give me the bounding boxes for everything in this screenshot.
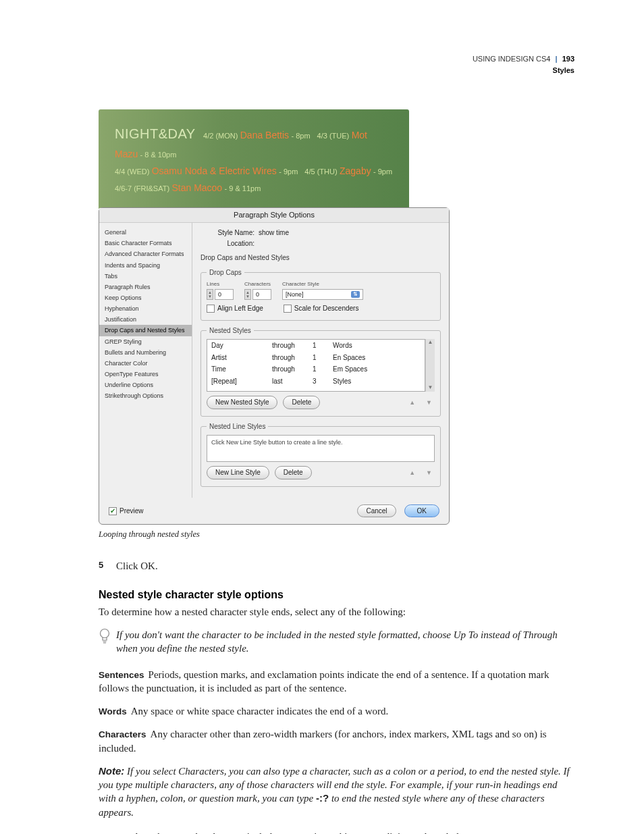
dropcaps-group: Drop Caps Lines ▲▼ 0 Characters — [200, 268, 441, 321]
event5-time: - 9 & 11pm — [225, 184, 261, 192]
event1-artist: Dana Bettis — [240, 130, 289, 140]
event3-time: - 9pm — [279, 167, 298, 176]
intro-text: To determine how a nested character styl… — [99, 605, 574, 619]
style-name-label: Style Name: — [200, 228, 254, 238]
sidebar-adv-char[interactable]: Advanced Character Formats — [99, 249, 192, 259]
event4-date: 4/5 (THU) — [304, 167, 337, 176]
align-left-checkbox[interactable]: Align Left Edge — [207, 304, 263, 313]
lines-label: Lines — [207, 281, 234, 288]
svg-point-0 — [101, 629, 109, 638]
nested-row: Daythrough1Words — [207, 340, 425, 352]
note-block: Note: If you select Characters, you can … — [99, 764, 574, 819]
dialog-title: Paragraph Style Options — [99, 208, 449, 223]
event2-date: 4/3 (TUE) — [317, 132, 350, 140]
sidebar-hyphen[interactable]: Hyphenation — [99, 303, 192, 314]
event5-date: 4/6-7 (FRI&SAT) — [115, 184, 169, 192]
sidebar-color[interactable]: Character Color — [99, 358, 192, 369]
sidebar-grep[interactable]: GREP Styling — [99, 336, 192, 347]
nested-row: Artistthrough1En Spaces — [207, 352, 425, 364]
sidebar-general[interactable]: General — [99, 227, 192, 238]
dropdown-caret-icon: ⇅ — [351, 291, 360, 298]
heading-nested-options: Nested style character style options — [99, 588, 574, 602]
nested-legend: Nested Styles — [207, 326, 254, 336]
line-styles-group: Nested Line Styles Click New Line Style … — [200, 422, 441, 487]
event4-artist: Zagaby — [340, 165, 371, 176]
charstyle-dropdown[interactable]: [None] ⇅ — [282, 289, 363, 300]
scroll-down-icon[interactable]: ▼ — [426, 384, 435, 392]
cancel-button[interactable]: Cancel — [357, 504, 396, 518]
chars-label: Characters — [244, 281, 271, 288]
event2-time: - 8 & 10pm — [140, 151, 177, 159]
delete-nested-button[interactable]: Delete — [283, 396, 320, 409]
running-header: USING INDESIGN CS4 | 193 Styles — [99, 54, 574, 76]
sidebar-tabs[interactable]: Tabs — [99, 271, 192, 282]
sidebar-dropcaps[interactable]: Drop Caps and Nested Styles — [99, 325, 192, 336]
lines-stepper[interactable]: ▲▼ 0 — [207, 289, 234, 300]
move-up-icon[interactable]: ▲ — [406, 398, 418, 407]
sidebar-keep[interactable]: Keep Options — [99, 292, 192, 303]
lightbulb-icon — [99, 628, 112, 656]
sidebar-indents[interactable]: Indents and Spacing — [99, 260, 192, 271]
charstyle-label: Character Style — [282, 281, 435, 288]
event4-time: - 9pm — [373, 167, 392, 176]
linestyles-legend: Nested Line Styles — [207, 422, 268, 432]
charstyle-value: [None] — [286, 290, 304, 298]
chars-stepper[interactable]: ▲▼ 0 — [244, 289, 271, 300]
paragraph-style-dialog: Paragraph Style Options General Basic Ch… — [99, 207, 450, 525]
tip-block: If you don't want the character to be in… — [99, 628, 574, 656]
stepper-arrows-icon[interactable]: ▲▼ — [244, 289, 251, 300]
sidebar-justify[interactable]: Justification — [99, 314, 192, 325]
event1-time: - 8pm — [291, 132, 310, 140]
lines-value[interactable]: 0 — [215, 289, 234, 300]
section-title: Drop Caps and Nested Styles — [200, 253, 441, 263]
new-nested-style-button[interactable]: New Nested Style — [207, 396, 277, 409]
header-divider: | — [556, 55, 558, 63]
move-up-icon[interactable]: ▲ — [406, 469, 418, 477]
event3-date: 4/4 (WED) — [115, 167, 149, 176]
sidebar-bullets[interactable]: Bullets and Numbering — [99, 347, 192, 358]
new-line-style-button[interactable]: New Line Style — [207, 466, 269, 479]
section-name: Styles — [99, 66, 574, 76]
scroll-up-icon[interactable]: ▲ — [426, 339, 435, 346]
figure-caption: Looping through nested styles — [99, 529, 574, 540]
sidebar-para-rules[interactable]: Paragraph Rules — [99, 282, 192, 292]
delete-line-button[interactable]: Delete — [275, 466, 312, 479]
nested-styles-table[interactable]: Daythrough1Words Artistthrough1En Spaces… — [207, 339, 425, 392]
sidebar-underline[interactable]: Underline Options — [99, 380, 192, 390]
event3-artist: Osamu Noda & Electric Wires — [152, 165, 277, 176]
def-characters: CharactersAny character other than zero-… — [99, 727, 574, 755]
nested-row: [Repeat]last3Styles — [207, 375, 425, 388]
sidebar-opentype[interactable]: OpenType Features — [99, 369, 192, 380]
sidebar-strike[interactable]: Strikethrough Options — [99, 390, 192, 401]
step-number: 5 — [99, 559, 109, 573]
step-5: 5 Click OK. — [99, 559, 574, 573]
def-letters: LettersAny character that does not inclu… — [99, 830, 574, 834]
linestyles-hint: Click New Line Style button to create a … — [207, 435, 435, 462]
step-text: Click OK. — [116, 559, 158, 573]
chars-value[interactable]: 0 — [252, 289, 271, 300]
event1-date: 4/2 (MON) — [203, 132, 238, 140]
tip-text: If you don't want the character to be in… — [116, 628, 574, 656]
example-banner: NIGHT&DAY 4/2 (MON) Dana Bettis - 8pm 4/… — [99, 109, 409, 209]
move-down-icon[interactable]: ▼ — [423, 469, 435, 477]
nested-row: Timethrough1Em Spaces — [207, 363, 425, 375]
stepper-arrows-icon[interactable]: ▲▼ — [207, 289, 213, 300]
nested-styles-group: Nested Styles Daythrough1Words Artistthr… — [200, 326, 441, 417]
nested-scrollbar[interactable]: ▲▼ — [425, 339, 435, 392]
figure: NIGHT&DAY 4/2 (MON) Dana Bettis - 8pm 4/… — [99, 109, 574, 525]
venue-name: NIGHT&DAY — [115, 126, 196, 141]
doc-title: USING INDESIGN CS4 — [473, 55, 551, 63]
def-words: WordsAny space or white space character … — [99, 704, 574, 718]
move-down-icon[interactable]: ▼ — [423, 398, 435, 407]
style-name-value: show time — [259, 228, 289, 238]
event5-artist: Stan Macoo — [171, 182, 222, 193]
scale-desc-checkbox[interactable]: Scale for Descenders — [284, 304, 359, 313]
preview-checkbox[interactable]: Preview — [109, 506, 144, 516]
location-label: Location: — [200, 239, 254, 249]
dialog-sidebar: General Basic Character Formats Advanced… — [99, 223, 192, 497]
dropcaps-legend: Drop Caps — [207, 268, 244, 278]
def-sentences: SentencesPeriods, question marks, and ex… — [99, 668, 574, 696]
ok-button[interactable]: OK — [404, 504, 439, 518]
page-number: 193 — [562, 55, 574, 63]
sidebar-basic-char[interactable]: Basic Character Formats — [99, 238, 192, 249]
